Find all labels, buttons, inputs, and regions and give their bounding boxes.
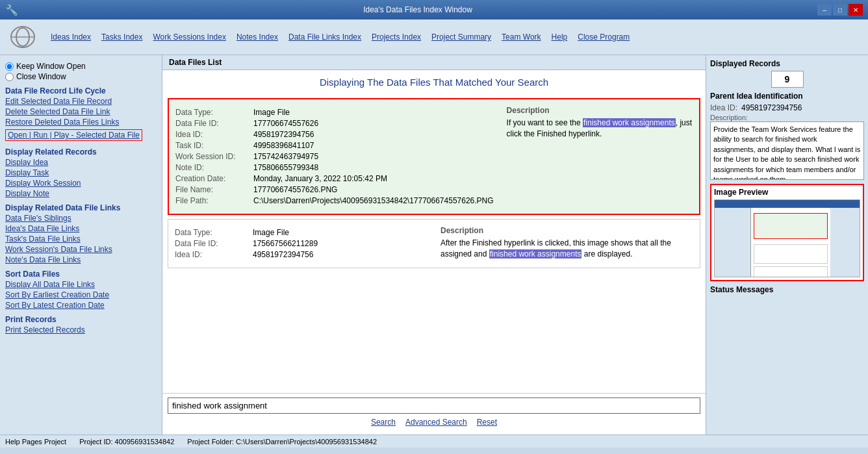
search-bar: Search Advanced Search Reset <box>162 393 706 435</box>
record-1-desc-highlight: finished work assignments <box>583 118 676 127</box>
search-buttons: Search Advanced Search Reset <box>168 414 700 431</box>
print-records-section: Print Records <box>5 315 157 324</box>
open-run-play-link[interactable]: Open | Run | Play - Selected Data File <box>5 129 142 141</box>
display-task-link[interactable]: Display Task <box>5 168 157 177</box>
record-1-task-id-label: Task ID: <box>175 141 253 150</box>
ideas-data-file-links-link[interactable]: Idea's Data File Links <box>5 224 157 233</box>
data-file-record-1[interactable]: Data Type: Image File Data File ID: 1777… <box>168 98 700 215</box>
record-1-task-id-row: Task ID: 49958396841107 <box>175 141 494 150</box>
minimize-button[interactable]: – <box>817 4 832 16</box>
display-related-data-file-links-section: Display Related Data File Links <box>5 203 157 212</box>
record-1-idea-id-label: Idea ID: <box>175 130 253 139</box>
record-2-data-file-id-row: Data File ID: 175667566211289 <box>175 239 428 248</box>
preview-record-3 <box>754 266 828 277</box>
close-button[interactable]: ✕ <box>849 4 863 16</box>
records-scroll-area[interactable]: Data Type: Image File Data File ID: 1777… <box>162 94 706 393</box>
tasks-data-file-links-link[interactable]: Task's Data File Links <box>5 234 157 244</box>
nav-projects-index[interactable]: Projects Index <box>366 31 426 43</box>
nav-help[interactable]: Help <box>546 31 573 43</box>
nav-close-program[interactable]: Close Program <box>572 31 635 43</box>
nav-team-work[interactable]: Team Work <box>496 31 546 43</box>
idea-id-label: Idea ID: <box>710 103 737 112</box>
work-sessions-data-file-links-link[interactable]: Work Session's Data File Links <box>5 245 157 254</box>
idea-id-value: 49581972394756 <box>741 103 802 112</box>
app-logo <box>6 23 39 52</box>
center-content: Data Files List Displaying The Data File… <box>162 55 706 435</box>
preview-sidebar <box>715 208 751 277</box>
record-2-data-type-label: Data Type: <box>175 228 253 237</box>
data-file-record-lifecycle-section: Data File Record Life Cycle <box>5 86 157 95</box>
record-1-data-file-id-value: 177706674557626 <box>253 119 318 128</box>
record-2-desc-text2: are displayed. <box>581 249 632 259</box>
record-1-data-file-id-label: Data File ID: <box>175 119 253 128</box>
title-bar: 🔧 Idea's Data Files Index Window – □ ✕ <box>0 0 868 19</box>
nav-links: Ideas Index Tasks Index Work Sessions In… <box>45 31 635 43</box>
sidebar: Keep Window Open Close Window Data File … <box>0 55 162 435</box>
delete-selected-data-file-link[interactable]: Delete Selected Data File Link <box>5 107 157 116</box>
main-area: Keep Window Open Close Window Data File … <box>0 55 868 435</box>
search-input[interactable] <box>168 397 700 414</box>
status-messages-title: Status Messages <box>710 285 864 294</box>
record-1-desc-text: If you want to see the finished work ass… <box>507 118 693 140</box>
data-files-list-header: Data Files List <box>162 55 706 70</box>
restore-deleted-data-files-links[interactable]: Restore Deleted Data Files Links <box>5 118 157 127</box>
keep-window-open-radio[interactable]: Keep Window Open <box>5 62 157 71</box>
close-window-radio[interactable]: Close Window <box>5 72 157 81</box>
record-2-fields: Data Type: Image File Data File ID: 1756… <box>175 226 428 261</box>
title-bar-left: 🔧 <box>5 4 18 16</box>
record-2-data-type-value: Image File <box>253 228 289 237</box>
reset-button[interactable]: Reset <box>477 418 497 427</box>
record-2-idea-id-row: Idea ID: 49581972394756 <box>175 250 428 259</box>
nav-notes-index[interactable]: Notes Index <box>231 31 283 43</box>
record-2-description: Description After the Finished hyperlink… <box>440 226 693 261</box>
record-2-data-file-id-label: Data File ID: <box>175 239 253 248</box>
notes-data-file-links-link[interactable]: Note's Data File Links <box>5 255 157 264</box>
nav-ideas-index[interactable]: Ideas Index <box>45 31 96 43</box>
parent-idea-title: Parent Idea Identification <box>710 92 864 101</box>
maximize-button[interactable]: □ <box>833 4 847 16</box>
description-label-right: Description: <box>710 114 864 121</box>
display-all-data-file-links[interactable]: Display All Data File Links <box>5 280 157 289</box>
search-button[interactable]: Search <box>371 418 396 427</box>
record-1-creation-date-label: Creation Date: <box>175 174 253 183</box>
status-project-folder: Project Folder: C:\Users\Darren\Projects… <box>187 438 377 446</box>
display-work-session-link[interactable]: Display Work Session <box>5 179 157 188</box>
preview-screenshot <box>714 199 860 277</box>
window-title: Idea's Data Files Index Window <box>18 5 817 14</box>
record-2-data-file-id-value: 175667566211289 <box>253 239 318 248</box>
display-related-records-section: Display Related Records <box>5 147 157 157</box>
record-1-note-id-row: Note ID: 175806655799348 <box>175 163 494 172</box>
idea-id-row: Idea ID: 49581972394756 <box>710 103 864 112</box>
print-selected-records-link[interactable]: Print Selected Records <box>5 325 157 334</box>
edit-selected-data-file-record-link[interactable]: Edit Selected Data File Record <box>5 97 157 106</box>
record-1-fields: Data Type: Image File Data File ID: 1777… <box>175 106 494 207</box>
record-1-idea-id-row: Idea ID: 49581972394756 <box>175 130 494 139</box>
display-idea-link[interactable]: Display Idea <box>5 158 157 167</box>
record-1-data-type-row: Data Type: Image File <box>175 108 494 117</box>
nav-data-file-links-index[interactable]: Data File Links Index <box>283 31 366 43</box>
sort-by-latest-creation-date-link[interactable]: Sort By Latest Creation Date <box>5 301 157 310</box>
record-1-file-path-value: C:\Users\Darren\Projects\400956931534842… <box>253 196 494 205</box>
status-project-id: Project ID: 400956931534842 <box>79 438 174 446</box>
image-preview-title: Image Preview <box>714 188 860 197</box>
record-1-note-id-label: Note ID: <box>175 163 253 172</box>
nav-bar: Ideas Index Tasks Index Work Sessions In… <box>0 19 868 55</box>
data-file-record-2[interactable]: Data Type: Image File Data File ID: 1756… <box>168 219 700 268</box>
status-messages-section: Status Messages <box>710 285 864 294</box>
right-panel: Displayed Records 9 Parent Idea Identifi… <box>706 55 868 435</box>
record-2-idea-id-label: Idea ID: <box>175 250 253 259</box>
record-1-file-path-row: File Path: C:\Users\Darren\Projects\4009… <box>175 196 494 205</box>
display-note-link[interactable]: Display Note <box>5 189 157 198</box>
record-1-data-type-label: Data Type: <box>175 108 253 117</box>
nav-project-summary[interactable]: Project Summary <box>426 31 496 43</box>
displayed-records-title: Displayed Records <box>710 59 864 68</box>
record-1-file-name-label: File Name: <box>175 185 253 194</box>
nav-work-sessions-index[interactable]: Work Sessions Index <box>147 31 231 43</box>
advanced-search-button[interactable]: Advanced Search <box>405 418 467 427</box>
nav-tasks-index[interactable]: Tasks Index <box>96 31 147 43</box>
sort-by-earliest-creation-date-link[interactable]: Sort By Earliest Creation Date <box>5 290 157 299</box>
record-1-work-session-id-row: Work Session ID: 175742463794975 <box>175 152 494 161</box>
description-box[interactable]: Provide the Team Work Services feature t… <box>710 121 864 180</box>
record-1-work-session-id-value: 175742463794975 <box>253 152 318 161</box>
data-files-siblings-link[interactable]: Data File's Siblings <box>5 214 157 223</box>
